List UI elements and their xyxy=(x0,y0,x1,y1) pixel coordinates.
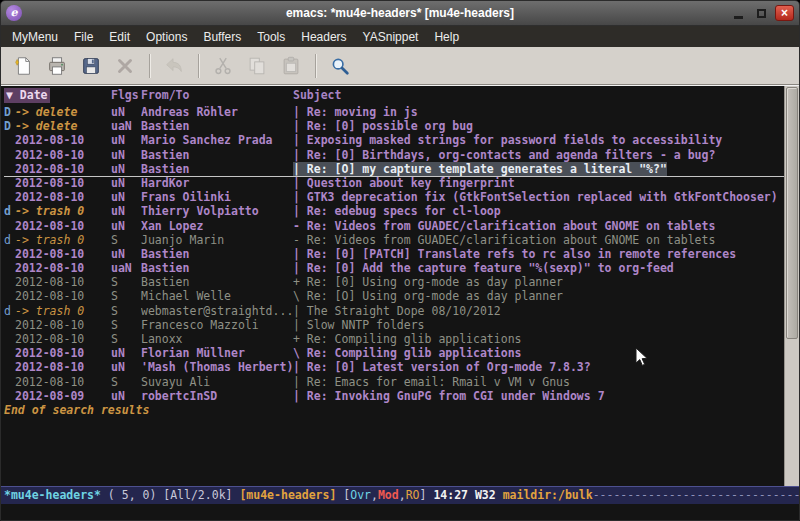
scrollbar-thumb[interactable] xyxy=(786,87,798,339)
date-cell: -> delete xyxy=(15,105,111,119)
column-header-date[interactable]: ▼ Date xyxy=(4,88,111,103)
toolbar-save-button[interactable] xyxy=(75,52,107,80)
subject-cell: | Re: moving in js xyxy=(293,105,784,119)
undo-icon xyxy=(163,55,185,77)
subject-cell: | Re: [0] Birthdays, org-contacts and ag… xyxy=(293,148,784,162)
mu4e-headers-buffer[interactable]: ▼ DateFlgsFrom/ToSubject D-> deleteuNAnd… xyxy=(1,86,784,486)
from-cell: Bastien xyxy=(141,162,293,176)
message-row[interactable]: d-> trash 0SJuanjo Marin- Re: Videos fro… xyxy=(4,233,784,247)
mouse-cursor xyxy=(635,347,649,367)
cut-icon xyxy=(212,55,234,77)
subject-cell: | Re: Emacs for email: Rmail v VM v Gnus xyxy=(293,375,784,389)
mark-cell xyxy=(4,219,15,233)
menu-item-edit[interactable]: Edit xyxy=(101,28,138,46)
flags-cell: S xyxy=(111,375,141,389)
minibuffer[interactable] xyxy=(1,504,799,520)
menu-item-file[interactable]: File xyxy=(66,28,101,46)
toolbar-print-button[interactable] xyxy=(41,52,73,80)
date-cell: 2012-08-10 xyxy=(15,275,111,289)
mark-cell: d xyxy=(4,204,15,218)
message-row[interactable]: 2012-08-10uN'Mash (Thomas Herbert)| Re: … xyxy=(4,360,784,374)
column-header-subject[interactable]: Subject xyxy=(293,88,784,103)
message-row[interactable]: 2012-08-10uaNBastien| Re: [0] Add the ca… xyxy=(4,261,784,275)
message-row[interactable]: 2012-08-10uNFlorian Müllner\ Re: Compili… xyxy=(4,346,784,360)
date-cell: 2012-08-10 xyxy=(15,360,111,374)
message-row[interactable]: 2012-08-10SMichael Welle\ Re: [O] Using … xyxy=(4,289,784,303)
message-row[interactable]: 2012-08-10uNXan Lopez- Re: Videos from G… xyxy=(4,219,784,233)
flags-cell: S xyxy=(111,233,141,247)
message-row[interactable]: d-> trash 0Swebmaster@straightd...| The … xyxy=(4,304,784,318)
message-row[interactable]: 2012-08-10uNBastien| Re: [0] [PATCH] Tra… xyxy=(4,247,784,261)
subject-cell: | Exposing masked strings for password f… xyxy=(293,133,784,147)
date-cell: 2012-08-10 xyxy=(15,318,111,332)
maximize-button[interactable] xyxy=(752,5,771,21)
window-title: emacs: *mu4e-headers* [mu4e-headers] xyxy=(1,6,799,20)
from-cell: Lanoxx xyxy=(141,332,293,346)
flags-cell: uN xyxy=(111,360,141,374)
toolbar-copy-button[interactable] xyxy=(241,52,273,80)
flags-cell: S xyxy=(111,304,141,318)
subject-cell: | Re: [O] my capture template generates … xyxy=(293,162,784,176)
message-row[interactable]: d-> trash 0uNThierry Volpiatto| Re: edeb… xyxy=(4,204,784,218)
mode-line-segment: , xyxy=(371,488,378,502)
message-row[interactable]: 2012-08-10SFrancesco Mazzoli| Slow NNTP … xyxy=(4,318,784,332)
titlebar: e emacs: *mu4e-headers* [mu4e-headers] × xyxy=(1,1,799,26)
date-cell: 2012-08-09 xyxy=(15,389,111,403)
message-row[interactable]: 2012-08-10uNFrans Oilinki| GTK3 deprecat… xyxy=(4,190,784,204)
menu-item-tools[interactable]: Tools xyxy=(249,28,293,46)
menu-item-headers[interactable]: Headers xyxy=(293,28,354,46)
from-cell: Xan Lopez xyxy=(141,219,293,233)
flags-cell: uaN xyxy=(111,119,141,133)
menu-item-options[interactable]: Options xyxy=(138,28,195,46)
mode-line-segment: Ovr xyxy=(350,488,371,502)
mark-cell xyxy=(4,389,15,403)
message-row[interactable]: 2012-08-10SBastien+ Re: [0] Using org-mo… xyxy=(4,275,784,289)
menu-item-buffers[interactable]: Buffers xyxy=(195,28,249,46)
toolbar-new-file-button[interactable] xyxy=(7,52,39,80)
subject-cell: + Re: [0] Using org-mode as day planner xyxy=(293,275,784,289)
from-cell: Bastien xyxy=(141,247,293,261)
message-row[interactable]: 2012-08-10uNBastien| Re: [O] my capture … xyxy=(4,162,784,176)
message-row[interactable]: 2012-08-10uNBastien| Re: [0] Birthdays, … xyxy=(4,148,784,162)
column-header-from[interactable]: From/To xyxy=(141,88,293,103)
message-row[interactable]: 2012-08-10uNMario Sanchez Prada| Exposin… xyxy=(4,133,784,147)
subject-cell: | The Straight Dope 08/10/2012 xyxy=(293,304,784,318)
message-row[interactable]: 2012-08-10SLanoxx+ Re: Compiling glib ap… xyxy=(4,332,784,346)
minimize-button[interactable] xyxy=(729,5,748,21)
toolbar-search-button[interactable] xyxy=(324,52,356,80)
subject-cell: \ Re: [O] Using org-mode as day planner xyxy=(293,289,784,303)
flags-cell: uN xyxy=(111,219,141,233)
toolbar-undo-button[interactable] xyxy=(158,52,190,80)
flags-cell: uN xyxy=(111,247,141,261)
flags-cell: uN xyxy=(111,346,141,360)
message-row[interactable]: D-> deleteuaNBastien| Re: [0] possible o… xyxy=(4,119,784,133)
date-cell: 2012-08-10 xyxy=(15,148,111,162)
column-header-flags[interactable]: Flgs xyxy=(111,88,141,103)
subject-cell: | Re: [0] Latest version of Org-mode 7.8… xyxy=(293,360,784,374)
toolbar-cut-button[interactable] xyxy=(207,52,239,80)
message-row[interactable]: 2012-08-10uNHardKor| Question about key … xyxy=(4,176,784,190)
message-row[interactable]: 2012-08-10SSuvayu Ali| Re: Emacs for ema… xyxy=(4,375,784,389)
message-row[interactable]: 2012-08-09uNrobertcInSD| Re: Invoking Gn… xyxy=(4,389,784,403)
from-cell: webmaster@straightd... xyxy=(141,304,293,318)
mark-cell xyxy=(4,176,15,190)
from-cell: Bastien xyxy=(141,119,293,133)
toolbar-separator xyxy=(315,54,316,78)
message-row[interactable]: D-> deleteuNAndreas Röhler| Re: moving i… xyxy=(4,105,784,119)
flags-cell: uN xyxy=(111,148,141,162)
flags-cell: uN xyxy=(111,389,141,403)
mode-line-segment: 14:27 W32 xyxy=(433,488,502,502)
toolbar-paste-button[interactable] xyxy=(275,52,307,80)
flags-cell: uaN xyxy=(111,261,141,275)
subject-cell: | Re: [0] possible org bug xyxy=(293,119,784,133)
menu-item-yasnippet[interactable]: YASnippet xyxy=(355,28,427,46)
toolbar-delete-button[interactable] xyxy=(109,52,141,80)
message-list: D-> deleteuNAndreas Röhler| Re: moving i… xyxy=(4,105,784,403)
scrollbar[interactable] xyxy=(784,86,799,486)
from-cell: robertcInSD xyxy=(141,389,293,403)
menu-item-mymenu[interactable]: MyMenu xyxy=(4,28,66,46)
subject-cell: | GTK3 deprecation fix (GtkFontSelection… xyxy=(293,190,784,204)
menu-item-help[interactable]: Help xyxy=(426,28,467,46)
close-button[interactable]: × xyxy=(775,5,794,21)
subject-cell: | Re: [0] [PATCH] Translate refs to rc a… xyxy=(293,247,784,261)
